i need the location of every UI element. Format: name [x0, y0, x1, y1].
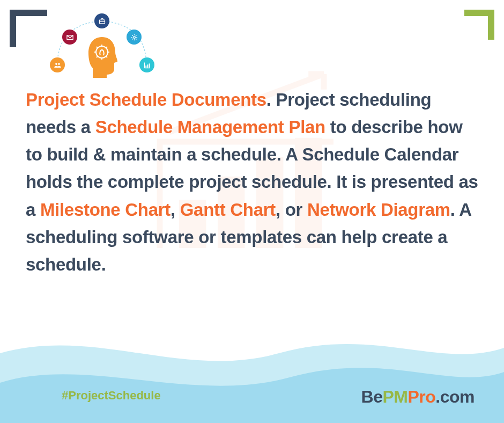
phrase-plan: Schedule Management Plan	[95, 117, 325, 137]
logo-part-be: Be	[361, 387, 383, 406]
mail-icon	[62, 30, 77, 45]
phrase-gantt: Gantt Chart	[180, 200, 276, 220]
phrase-network: Network Diagram	[307, 200, 450, 220]
people-icon	[50, 57, 65, 72]
corner-bracket-top-right	[464, 10, 494, 40]
hashtag: #ProjectSchedule	[62, 389, 161, 403]
gear-icon	[127, 30, 142, 45]
svg-rect-9	[149, 63, 150, 68]
phrase-milestone: Milestone Chart	[40, 200, 171, 220]
body-text: Project Schedule Documents. Project sche…	[26, 86, 478, 278]
logo-part-pm: PM	[382, 387, 407, 406]
svg-point-6	[133, 36, 135, 38]
briefcase-icon	[94, 13, 109, 28]
logo-part-com: .com	[435, 387, 475, 406]
phrase-title: Project Schedule Documents	[26, 90, 266, 110]
concept-icon-cluster	[48, 8, 155, 78]
svg-rect-8	[147, 64, 148, 68]
chart-icon	[139, 57, 154, 72]
idea-head-icon	[83, 35, 121, 78]
corner-bracket-top-left	[10, 10, 47, 47]
svg-rect-7	[145, 65, 146, 68]
site-logo: BePMPro.com	[361, 387, 475, 407]
logo-part-pro: Pro	[407, 387, 435, 406]
